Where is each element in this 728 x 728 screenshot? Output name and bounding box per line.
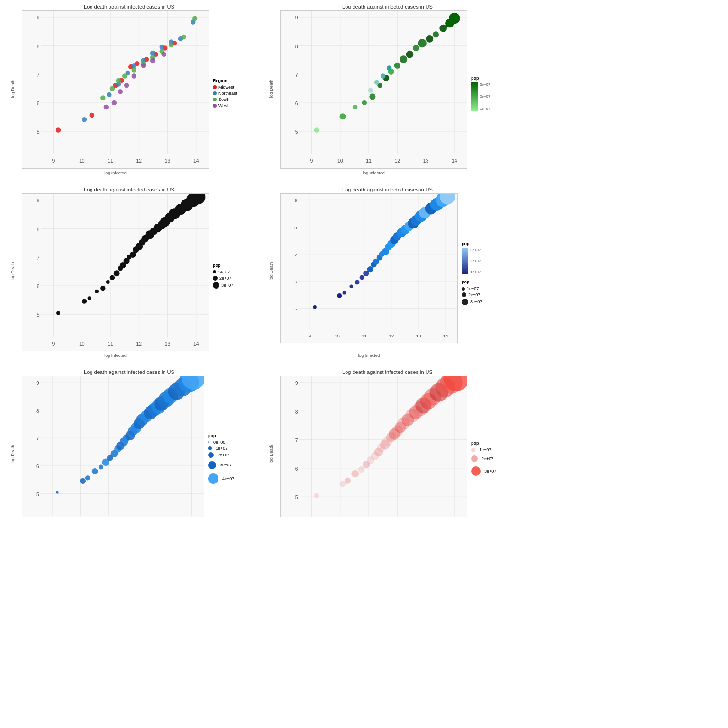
svg-point-54 (104, 105, 109, 109)
svg-text:14: 14 (193, 158, 199, 164)
svg-point-23 (89, 113, 94, 118)
chart-title-6: Log death against infected cases in US (260, 369, 515, 375)
svg-text:8: 8 (294, 225, 297, 230)
legend-4: pop 3e+07 2e+07 1e+07 pop 1e+07 (458, 193, 515, 360)
legend-6: pop 1e+07 2e+07 3e+07 (467, 376, 515, 517)
chart-title-5: Log death against infected cases in US (2, 369, 256, 375)
svg-text:14: 14 (193, 341, 199, 346)
svg-point-133 (100, 285, 105, 290)
svg-point-60 (150, 58, 155, 63)
svg-point-97 (418, 39, 427, 47)
svg-point-55 (112, 100, 117, 105)
chart-grid: Log death against infected cases in US l… (0, 0, 517, 517)
plot-6: 9 10 11 12 13 14 5 6 7 8 9 (280, 376, 467, 517)
y-axis-label-3: log Death (10, 262, 15, 281)
svg-point-180 (337, 293, 342, 298)
svg-point-105 (381, 73, 385, 78)
svg-point-53 (192, 16, 197, 20)
chart-cell-6: Log death against infected cases in US l… (258, 365, 517, 517)
svg-text:6: 6 (37, 284, 40, 289)
svg-point-99 (433, 31, 439, 37)
svg-point-22 (56, 127, 61, 132)
svg-text:12: 12 (136, 158, 142, 164)
svg-text:9: 9 (52, 341, 55, 346)
y-axis-label-1: log Death (10, 79, 15, 98)
svg-point-32 (82, 117, 87, 122)
svg-text:7: 7 (37, 255, 40, 260)
legend-title-1: Region (213, 78, 256, 83)
svg-point-134 (106, 280, 110, 284)
svg-text:8: 8 (37, 227, 40, 232)
svg-point-87 (353, 105, 357, 109)
svg-point-281 (345, 478, 351, 484)
plot-1: 9 10 11 12 13 14 5 6 7 8 9 (22, 10, 209, 169)
chart-cell-1: Log death against infected cases in US l… (0, 0, 258, 183)
svg-text:11: 11 (108, 341, 113, 346)
svg-point-94 (400, 55, 408, 63)
svg-text:10: 10 (79, 158, 85, 164)
svg-text:5: 5 (36, 492, 39, 497)
svg-text:6: 6 (295, 466, 298, 472)
svg-point-33 (107, 92, 111, 97)
svg-text:12: 12 (136, 341, 142, 346)
legend-3: pop 1e+07 2e+07 3e+07 (209, 193, 256, 360)
legend-item-northeast: Northeast (213, 91, 256, 96)
legend-item-midwest: Midwest (213, 85, 256, 90)
svg-text:14: 14 (443, 333, 449, 338)
svg-text:6: 6 (294, 279, 297, 284)
y-axis-label-2: log Death (269, 79, 273, 98)
svg-text:9: 9 (52, 158, 55, 164)
svg-point-182 (349, 284, 353, 288)
svg-text:9: 9 (310, 158, 313, 164)
svg-point-279 (314, 493, 319, 498)
y-axis-label-5: log Death (10, 445, 15, 463)
svg-point-184 (360, 275, 364, 280)
svg-text:13: 13 (165, 341, 171, 346)
chart-cell-3: Log death against infected cases in US l… (0, 183, 258, 366)
svg-text:5: 5 (295, 495, 298, 500)
svg-point-59 (141, 63, 146, 68)
svg-text:14: 14 (452, 158, 457, 164)
y-axis-label-6: log Death (269, 445, 273, 463)
svg-point-104 (374, 80, 379, 84)
svg-point-130 (82, 299, 87, 303)
x-axis-label-4: log Infected (358, 353, 380, 358)
svg-text:8: 8 (295, 44, 298, 49)
svg-text:5: 5 (295, 129, 298, 135)
legend-5: pop 0e+00 1e+07 2e+07 3e+07 (204, 376, 256, 517)
svg-text:11: 11 (362, 333, 367, 338)
svg-point-179 (313, 305, 316, 308)
svg-point-61 (161, 52, 166, 56)
svg-point-96 (413, 45, 419, 51)
svg-text:13: 13 (423, 158, 429, 164)
svg-point-46 (122, 73, 127, 78)
svg-point-283 (358, 466, 364, 473)
legend-item-1e7-black: 1e+07 (213, 270, 256, 274)
chart-cell-2: Log death against infected cases in US l… (258, 0, 517, 183)
svg-text:9: 9 (294, 198, 297, 203)
legend-1: Region Midwest Northeast South West (209, 10, 256, 177)
svg-point-95 (406, 51, 414, 58)
svg-point-230 (80, 478, 86, 484)
chart-title-3: Log death against infected cases in US (2, 187, 256, 192)
svg-point-39 (160, 45, 164, 49)
svg-text:7: 7 (36, 436, 39, 441)
plot-5: 9 10 11 12 13 14 5 6 7 8 9 (22, 376, 204, 517)
svg-text:8: 8 (37, 44, 40, 49)
plot-3: 9 10 11 12 13 14 5 6 7 8 9 (22, 193, 209, 352)
svg-text:8: 8 (36, 409, 39, 414)
svg-text:9: 9 (37, 198, 40, 203)
svg-text:6: 6 (37, 101, 40, 106)
svg-point-98 (426, 35, 434, 43)
svg-point-232 (92, 468, 98, 474)
svg-text:9: 9 (295, 15, 298, 20)
svg-point-102 (449, 13, 460, 24)
svg-point-44 (110, 86, 115, 91)
chart-title-1: Log death against infected cases in US (2, 4, 256, 9)
svg-text:7: 7 (37, 73, 40, 78)
svg-text:12: 12 (394, 158, 400, 164)
svg-text:10: 10 (337, 158, 343, 164)
svg-text:7: 7 (295, 73, 298, 78)
svg-point-181 (343, 291, 346, 294)
x-axis-label-1: log Infected (104, 171, 127, 175)
